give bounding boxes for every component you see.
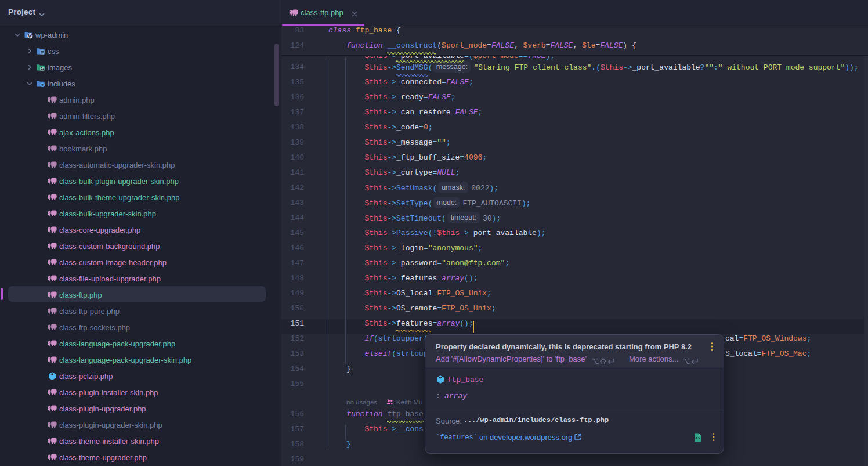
svg-text:W: W: [28, 34, 32, 39]
